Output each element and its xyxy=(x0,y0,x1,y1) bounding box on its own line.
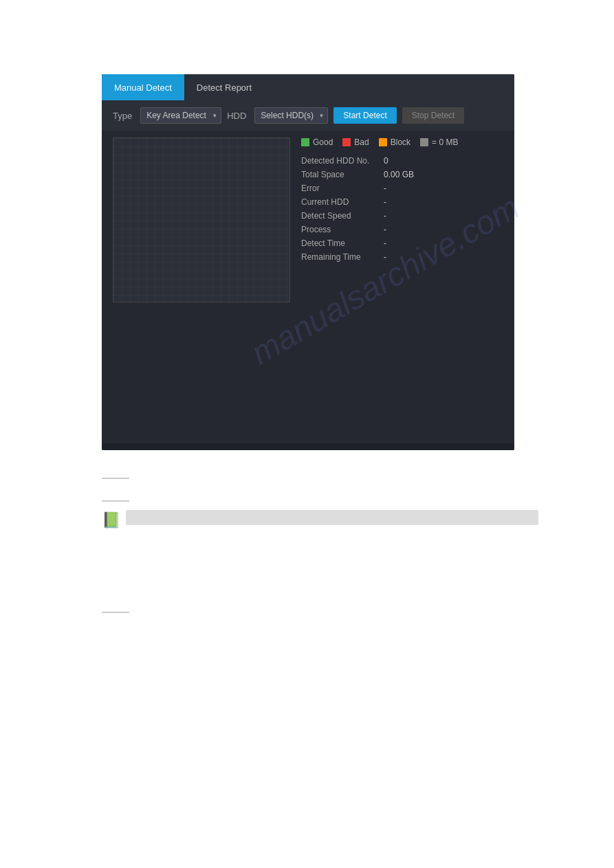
stats-value-3: - xyxy=(384,197,386,207)
tab-manual-detect[interactable]: Manual Detect xyxy=(102,74,184,100)
stats-key-1: Total Space xyxy=(301,170,384,179)
ui-panel: Manual Detect Detect Report Type Key Are… xyxy=(102,74,514,450)
stats-key-3: Current HDD xyxy=(301,197,384,207)
legend-good: Good xyxy=(301,137,333,147)
stats-row-3: Current HDD - xyxy=(301,195,503,209)
bad-label: Bad xyxy=(354,137,369,147)
legend-bad: Bad xyxy=(342,137,369,147)
stats-key-6: Detect Time xyxy=(301,238,384,248)
separator-2 xyxy=(102,500,129,502)
stats-row-7: Remaining Time - xyxy=(301,250,503,264)
separator-3 xyxy=(102,612,129,613)
block-label: Block xyxy=(391,137,410,147)
hdd-select[interactable]: Select HDD(s) xyxy=(254,107,328,124)
bad-dot xyxy=(342,138,351,146)
info-panel: Good Bad Block = 0 MB xyxy=(301,137,503,302)
stats-value-5: - xyxy=(384,225,386,234)
stats-value-2: - xyxy=(384,183,386,193)
stop-detect-button: Stop Detect xyxy=(402,107,465,124)
stats-table: Detected HDD No. 0 Total Space 0.00 GB E… xyxy=(301,154,503,264)
bottom-area xyxy=(102,316,514,443)
stats-value-1: 0.00 GB xyxy=(384,170,414,179)
stats-row-6: Detect Time - xyxy=(301,236,503,250)
stats-row-0: Detected HDD No. 0 xyxy=(301,154,503,168)
note-section: 📗 xyxy=(102,510,538,529)
legend-block: Block xyxy=(379,137,410,147)
legend-zero: = 0 MB xyxy=(420,137,458,147)
stats-key-0: Detected HDD No. xyxy=(301,156,384,166)
good-dot xyxy=(301,138,309,146)
svg-rect-1 xyxy=(113,138,289,302)
stats-key-2: Error xyxy=(301,183,384,193)
grid-svg xyxy=(113,138,289,302)
hdd-select-wrapper[interactable]: Select HDD(s) xyxy=(254,107,328,124)
hdd-label: HDD xyxy=(227,111,246,121)
content-area: Good Bad Block = 0 MB xyxy=(102,131,514,316)
tab-bar: Manual Detect Detect Report xyxy=(102,74,514,100)
stats-key-5: Process xyxy=(301,225,384,234)
note-bar xyxy=(126,510,538,525)
toolbar: Type Key Area Detect HDD Select HDD(s) S… xyxy=(102,100,514,131)
type-select-wrapper[interactable]: Key Area Detect xyxy=(140,107,221,124)
separator-1 xyxy=(102,478,129,479)
stats-value-4: - xyxy=(384,211,386,221)
stats-key-7: Remaining Time xyxy=(301,252,384,262)
page-wrapper: Manual Detect Detect Report Type Key Are… xyxy=(0,0,614,868)
zero-label: = 0 MB xyxy=(432,137,458,147)
hdd-grid-canvas xyxy=(113,137,290,302)
tab-detect-report[interactable]: Detect Report xyxy=(184,74,264,100)
book-icon: 📗 xyxy=(102,511,120,529)
start-detect-button[interactable]: Start Detect xyxy=(333,107,396,124)
bottom-stripe xyxy=(102,443,514,450)
type-select[interactable]: Key Area Detect xyxy=(140,107,221,124)
stats-value-6: - xyxy=(384,238,386,248)
zero-dot xyxy=(420,138,428,146)
stats-value-0: 0 xyxy=(384,156,388,166)
legend-row: Good Bad Block = 0 MB xyxy=(301,137,503,147)
stats-row-2: Error - xyxy=(301,181,503,195)
stats-row-5: Process - xyxy=(301,223,503,236)
stats-row-1: Total Space 0.00 GB xyxy=(301,168,503,181)
good-label: Good xyxy=(313,137,333,147)
block-dot xyxy=(379,138,387,146)
stats-key-4: Detect Speed xyxy=(301,211,384,221)
stats-value-7: - xyxy=(384,252,386,262)
type-label: Type xyxy=(113,111,132,121)
stats-row-4: Detect Speed - xyxy=(301,209,503,223)
